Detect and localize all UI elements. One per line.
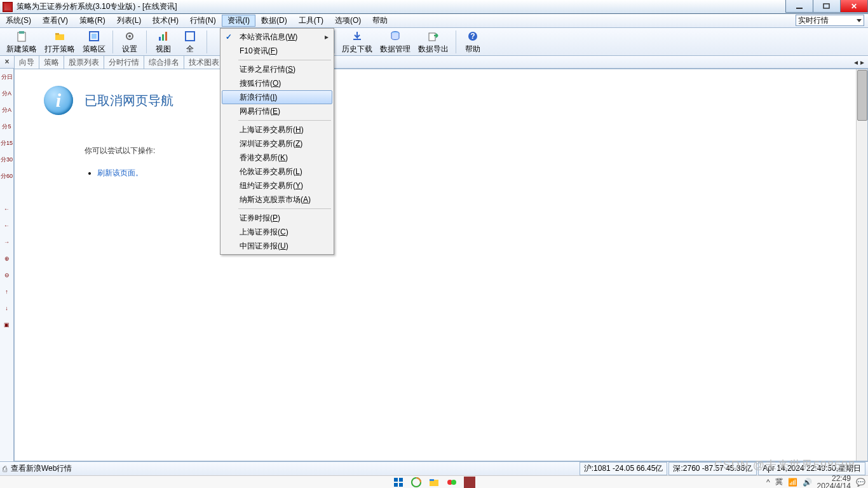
taskbar-browser-icon[interactable]	[410, 477, 422, 488]
leftbar-item-2[interactable]: 分A	[1, 103, 13, 117]
tray-volume-icon[interactable]: 🔊	[803, 478, 812, 487]
page-heading: 已取消网页导航	[85, 92, 173, 109]
nav-prev-icon[interactable]: ◂	[854, 58, 858, 67]
menu-策略(R)[interactable]: 策略(R)	[74, 15, 111, 26]
taskbar-active-app-icon[interactable]	[464, 477, 475, 488]
dropdown-item[interactable]: 纽约证券交易所(Y)	[222, 179, 332, 193]
dropdown-item[interactable]: 新浪行情(I)	[222, 90, 332, 104]
doc-tab-技术图表[interactable]: 技术图表	[184, 55, 224, 69]
tray-clock[interactable]: 22:49 2024/4/14	[817, 475, 851, 489]
doc-tab-股票列表[interactable]: 股票列表	[64, 55, 104, 69]
minimize-button[interactable]	[785, 0, 813, 13]
toolbar-dl-button[interactable]: 历史下载	[338, 29, 376, 55]
left-sidebar: 分日分A分A分5分15分30分60←←→⊕⊖↑↓▣	[0, 69, 14, 461]
title-bar: 策略为王证券分析系统(3.10专业版) - [在线资讯] ✕	[0, 0, 868, 14]
dropdown-item[interactable]: 香港交易所(K)	[222, 151, 332, 165]
dropdown-item[interactable]: 证券之星行情(S)	[222, 62, 332, 76]
realtime-label: 实时行情	[798, 15, 829, 26]
dropdown-item[interactable]: 伦敦证券交易所(L)	[222, 165, 332, 179]
doc-tab-策略[interactable]: 策略	[39, 55, 64, 69]
dropdown-item[interactable]: 深圳证券交易所(Z)	[222, 137, 332, 151]
menu-行情(N)[interactable]: 行情(N)	[184, 15, 222, 26]
db-icon	[388, 29, 402, 43]
leftbar-item-4[interactable]: 分15	[1, 136, 13, 150]
start-button[interactable]	[393, 477, 404, 488]
taskbar-app-icon[interactable]	[446, 477, 458, 488]
menu-技术(H)[interactable]: 技术(H)	[147, 15, 184, 26]
dropdown-item[interactable]: 证券时报(P)	[222, 211, 332, 225]
menu-查看(V)[interactable]: 查看(V)	[37, 15, 74, 26]
content-area: i 已取消网页导航 你可以尝试以下操作: 刷新该页面。	[14, 69, 868, 461]
menu-帮助[interactable]: 帮助	[367, 15, 393, 26]
leftbar-item-1[interactable]: 分A	[1, 86, 13, 100]
leftbar-item-9[interactable]: ←	[1, 219, 13, 233]
leftbar-item-10[interactable]: →	[1, 235, 13, 249]
scrollbar-thumb[interactable]	[857, 70, 867, 121]
doc-tab-分时行情[interactable]: 分时行情	[104, 55, 144, 69]
dropdown-item[interactable]: 本站资讯信息(W)	[222, 30, 332, 44]
page-subtext: 你可以尝试以下操作:	[85, 146, 867, 156]
toolbar-open-button[interactable]: 打开策略	[41, 29, 79, 55]
dropdown-item[interactable]: 网易行情(E)	[222, 104, 332, 118]
svg-rect-19	[399, 478, 403, 482]
leftbar-item-14[interactable]: ↓	[1, 301, 13, 315]
toolbar-new-button[interactable]: 新建策略	[3, 29, 41, 55]
toolbar-full-button[interactable]: 全	[177, 29, 203, 55]
svg-rect-21	[399, 483, 403, 487]
chart-icon	[156, 29, 170, 43]
tray-notifications-icon[interactable]: 💬	[856, 478, 865, 487]
status-bar: ⎙ 查看新浪Web行情 沪:1081 -24.05 66.45亿深:2760 -…	[0, 461, 868, 475]
realtime-combo[interactable]: 实时行情	[796, 15, 864, 26]
nav-next-icon[interactable]: ▸	[860, 58, 864, 67]
menu-选项(O)[interactable]: 选项(O)	[329, 15, 367, 26]
leftbar-item-0[interactable]: 分日	[1, 70, 13, 84]
dropdown-item[interactable]: 纳斯达克股票市场(A)	[222, 193, 332, 207]
leftbar-item-3[interactable]: 分5	[1, 119, 13, 133]
svg-point-26	[451, 480, 456, 485]
status-panel: 深:2760 -87.57 45.36亿	[668, 462, 757, 475]
scrollbar[interactable]	[856, 69, 867, 461]
leftbar-item-7[interactable]	[1, 186, 13, 200]
toolbar-gear-button[interactable]: 设置	[116, 29, 143, 55]
doc-tab-综合排名[interactable]: 综合排名	[144, 55, 184, 69]
svg-text:?: ?	[470, 32, 475, 41]
leftbar-item-6[interactable]: 分60	[1, 169, 13, 183]
app-icon	[3, 2, 13, 12]
svg-rect-0	[796, 8, 803, 9]
close-button[interactable]: ✕	[840, 0, 868, 13]
taskbar: ^ 冀 📶 🔊 22:49 2024/4/14 💬	[0, 475, 868, 488]
doc-close-icon[interactable]: ×	[3, 57, 11, 66]
menu-资讯(I)[interactable]: 资讯(I)	[222, 15, 255, 27]
toolbar-chart-button[interactable]: 视图	[150, 29, 177, 55]
leftbar-item-12[interactable]: ⊖	[1, 268, 13, 282]
tray-expand-icon[interactable]: ^	[766, 478, 770, 487]
export-icon	[426, 29, 440, 43]
toolbar-db-button[interactable]: 数据管理	[376, 29, 414, 55]
menu-系统(S)[interactable]: 系统(S)	[0, 15, 37, 26]
doc-tab-向导[interactable]: 向导	[14, 55, 39, 69]
dropdown-item[interactable]: 上海证券报(C)	[222, 225, 332, 239]
menu-工具(T)[interactable]: 工具(T)	[293, 15, 329, 26]
leftbar-item-8[interactable]: ←	[1, 202, 13, 216]
tray-wifi-icon[interactable]: 📶	[788, 478, 797, 487]
tray-ime[interactable]: 冀	[775, 477, 783, 487]
dropdown-item[interactable]: 中国证券报(U)	[222, 239, 332, 253]
leftbar-item-11[interactable]: ⊕	[1, 252, 13, 266]
dropdown-item[interactable]: 上海证券交易所(H)	[222, 123, 332, 137]
taskbar-explorer-icon[interactable]	[428, 477, 440, 488]
svg-rect-4	[55, 34, 64, 40]
menu-数据(D)[interactable]: 数据(D)	[255, 15, 293, 26]
help-icon: ?	[466, 29, 480, 43]
menu-列表(L)[interactable]: 列表(L)	[111, 15, 147, 26]
dropdown-item[interactable]: 搜狐行情(O)	[222, 76, 332, 90]
dl-icon	[350, 29, 364, 43]
leftbar-item-15[interactable]: ▣	[1, 318, 13, 332]
dropdown-item[interactable]: F10资讯(F)	[222, 44, 332, 58]
toolbar-help-button[interactable]: ?帮助	[459, 29, 486, 55]
toolbar-export-button[interactable]: 数据导出	[414, 29, 452, 55]
refresh-link[interactable]: 刷新该页面。	[97, 168, 143, 177]
maximize-button[interactable]	[813, 0, 841, 13]
leftbar-item-5[interactable]: 分30	[1, 152, 13, 166]
leftbar-item-13[interactable]: ↑	[1, 285, 13, 299]
toolbar-zone-button[interactable]: 策略区	[79, 29, 109, 55]
